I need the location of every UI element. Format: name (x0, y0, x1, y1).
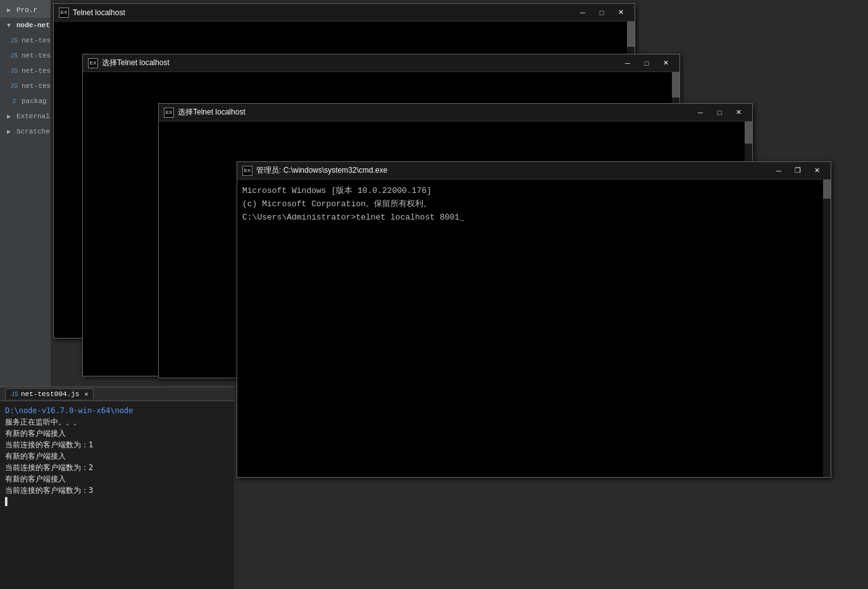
sidebar-item-pror[interactable]: ▶ Pro.r (0, 0, 51, 18)
terminal-tab-close[interactable]: ✕ (84, 390, 88, 398)
terminal-line-2: 有新的客户端接入 (5, 428, 229, 439)
cmd4-title-text: 管理员: C:\windows\system32\cmd.exe (256, 165, 387, 176)
cmd4-close-btn[interactable]: ✕ (808, 164, 826, 177)
telnet3-buttons: ─ □ ✕ (691, 106, 747, 119)
file-icon-2: JS (9, 51, 19, 61)
terminal-line-6: 有新的客户端接入 (5, 473, 229, 485)
telnet2-title-left: EX 选择Telnet localhost (88, 58, 170, 68)
cmd4-line-1: (c) Microsoft Corporation。保留所有权利。 (242, 198, 822, 211)
telnet2-scrollbar-thumb (672, 72, 679, 97)
terminal-line-3: 当前连接的客户端数为：1 (5, 439, 229, 450)
sidebar-item-label-6: External Li (16, 113, 51, 120)
sidebar-item-label-4: net-test (22, 82, 51, 90)
sidebar-item-net-test2[interactable]: JS net-test (0, 48, 51, 63)
file-icon-1: JS (9, 35, 19, 46)
sidebar-item-label-3: net-test (22, 67, 51, 75)
sidebar-item-label-1: net-test (22, 37, 51, 44)
telnet1-icon: EX (59, 8, 69, 18)
telnet2-minimize-btn[interactable]: ─ (619, 57, 636, 70)
terminal-tab-bar: JS net-test004.js ✕ (0, 387, 234, 401)
cmd4-line-0: Microsoft Windows [版本 10.0.22000.176] (242, 185, 822, 198)
telnet3-title-left: EX 选择Telnet localhost (164, 107, 245, 118)
terminal-line-4: 有新的客户端接入 (5, 450, 229, 462)
cmd-window-4: EX 管理员: C:\windows\system32\cmd.exe ─ ❐ … (237, 161, 831, 478)
sidebar-item-label-5: packag (22, 97, 47, 105)
telnet1-title-text: Telnet localhost (73, 8, 125, 17)
telnet1-minimize-btn[interactable]: ─ (574, 6, 592, 19)
terminal-line-7: 当前连接的客户端数为：3 (5, 485, 229, 496)
telnet3-maximize-btn[interactable]: □ (710, 106, 728, 119)
scratches-icon: ▶ (4, 127, 14, 137)
file-icon-5: J (9, 96, 19, 106)
terminal-cursor: ▌ (5, 496, 229, 507)
terminal-output: D:\node-v16.7.0-win-x64\node 服务正在监听中。。。 … (0, 401, 234, 586)
sidebar-item-external-libraries[interactable]: ▶ External Li (0, 109, 51, 124)
sidebar-item-label-2: net-test (22, 52, 51, 59)
cmd4-scrollbar-thumb (823, 180, 831, 199)
telnet1-title-left: EX Telnet localhost (59, 8, 125, 18)
telnet3-titlebar: EX 选择Telnet localhost ─ □ ✕ (159, 104, 752, 121)
cmd4-scrollbar[interactable] (823, 180, 831, 477)
folder-open-icon: ▼ (4, 20, 14, 30)
cmd4-title-left: EX 管理员: C:\windows\system32\cmd.exe (242, 165, 387, 176)
terminal-line-0: D:\node-v16.7.0-win-x64\node (5, 405, 229, 416)
sidebar-item-package[interactable]: J packag (0, 94, 51, 109)
telnet1-scrollbar-thumb (627, 22, 635, 47)
sidebar-pror-label: Pro.r (16, 6, 37, 14)
sidebar-item-net-test3[interactable]: JS net-test (0, 63, 51, 78)
telnet2-maximize-btn[interactable]: □ (638, 57, 655, 70)
telnet3-title-text: 选择Telnet localhost (178, 107, 245, 118)
terminal-tab-icon: JS (11, 391, 18, 398)
cmd4-titlebar: EX 管理员: C:\windows\system32\cmd.exe ─ ❐ … (237, 162, 831, 180)
telnet1-maximize-btn[interactable]: □ (593, 6, 611, 19)
sidebar-item-label-7: Scratches (16, 128, 51, 135)
terminal-line-5: 当前连接的客户端数为：2 (5, 462, 229, 473)
cmd4-buttons: ─ ❐ ✕ (770, 164, 826, 177)
telnet1-close-btn[interactable]: ✕ (612, 6, 629, 19)
telnet3-minimize-btn[interactable]: ─ (691, 106, 709, 119)
file-icon-4: JS (9, 81, 19, 91)
cmd4-content[interactable]: Microsoft Windows [版本 10.0.22000.176] (c… (237, 180, 831, 477)
ide-terminal-panel: JS net-test004.js ✕ D:\node-v16.7.0-win-… (0, 387, 234, 589)
cmd4-maximize-btn[interactable]: ❐ (789, 164, 807, 177)
telnet3-icon: EX (164, 108, 174, 118)
sidebar-item-scratches[interactable]: ▶ Scratches (0, 124, 51, 139)
sidebar-nodenet-label: node-net (16, 22, 50, 29)
telnet2-title-text: 选择Telnet localhost (102, 58, 170, 68)
folder-icon: ▶ (4, 5, 14, 15)
telnet1-buttons: ─ □ ✕ (574, 6, 629, 19)
telnet2-close-btn[interactable]: ✕ (657, 57, 674, 70)
external-lib-icon: ▶ (4, 111, 14, 121)
cmd4-icon: EX (242, 166, 252, 176)
telnet3-scrollbar-thumb (745, 121, 752, 144)
terminal-tab-net-test004[interactable]: JS net-test004.js ✕ (5, 388, 94, 399)
sidebar-item-nodenet[interactable]: ▼ node-net (0, 18, 51, 33)
telnet2-titlebar: EX 选择Telnet localhost ─ □ ✕ (83, 54, 679, 72)
sidebar-item-net-test1[interactable]: JS net-test (0, 33, 51, 48)
file-icon-3: JS (9, 66, 19, 76)
telnet2-buttons: ─ □ ✕ (619, 57, 674, 70)
telnet2-icon: EX (88, 58, 98, 68)
terminal-tab-label: net-test004.js (21, 390, 79, 398)
cmd4-minimize-btn[interactable]: ─ (770, 164, 788, 177)
telnet3-close-btn[interactable]: ✕ (729, 106, 747, 119)
sidebar-item-net-test4[interactable]: JS net-test (0, 78, 51, 94)
cmd4-line-3: C:\Users\Administrator>telnet localhost … (242, 211, 822, 225)
terminal-line-1: 服务正在监听中。。。 (5, 416, 229, 428)
telnet1-titlebar: EX Telnet localhost ─ □ ✕ (54, 4, 635, 22)
